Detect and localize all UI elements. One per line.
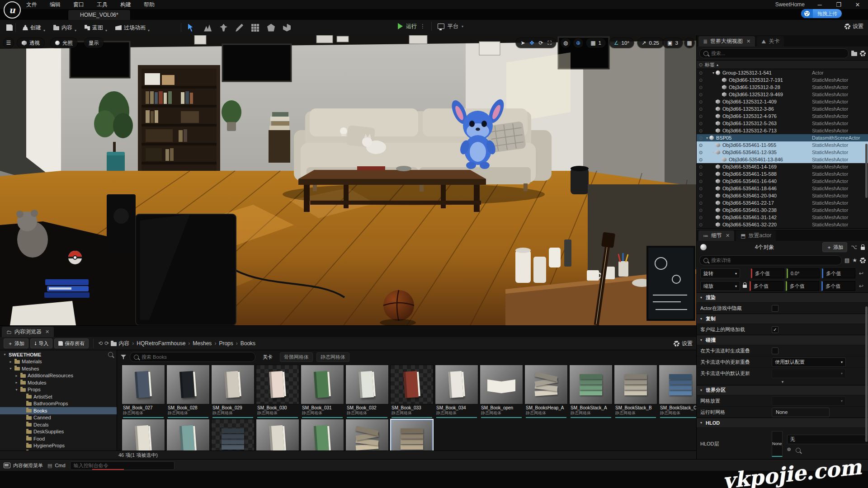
actor-label[interactable]: Obj3d66-1325312-9-469 xyxy=(729,92,783,97)
asset-card[interactable]: SM_Book_028静态网格体 xyxy=(166,365,210,418)
actor-label[interactable]: Obj3d66-535461-15-588 xyxy=(722,171,777,177)
camera-speed-control[interactable]: ▣3 xyxy=(663,38,683,48)
tree-item-desksupplies[interactable]: DeskSupplies xyxy=(0,428,117,436)
breadcrumb-item[interactable]: Books xyxy=(241,340,255,347)
outliner-row[interactable]: ⊙▾Obj3d66-535461-12-935StaticMeshActor xyxy=(697,149,868,156)
cmd-selector[interactable]: ▤Cmd xyxy=(47,463,66,469)
scale-type-dropdown[interactable]: 缩放▾ xyxy=(700,281,740,291)
actor-label[interactable]: Obj3d66-1325312-3-86 xyxy=(722,106,774,112)
outliner-row[interactable]: ⊙Obj3d66-1325312-5-263StaticMeshActor xyxy=(697,120,868,127)
content-button[interactable]: 内容▾ xyxy=(49,22,80,33)
select-tool-icon[interactable]: ➤ xyxy=(520,40,525,46)
details-scrollbar[interactable] xyxy=(865,306,868,442)
viewport-options-menu[interactable]: ☰ xyxy=(4,38,14,48)
tree-item-modules[interactable]: ▸Modules xyxy=(0,379,117,386)
landscape-mode-icon[interactable] xyxy=(204,24,212,32)
asset-card[interactable] xyxy=(345,419,389,450)
blueprint-button[interactable]: 蓝图▾ xyxy=(80,22,111,33)
maximize-button[interactable]: ❐ xyxy=(831,0,846,9)
actor-label[interactable]: Obj3d66-535461-12-935 xyxy=(722,150,777,155)
outliner-row[interactable]: ⊙Obj3d66-535461-16-640StaticMeshActor xyxy=(697,178,868,185)
play-options-icon[interactable]: ⋮ xyxy=(420,23,425,29)
rotation-z-field[interactable]: 多个值 xyxy=(822,268,855,278)
actor-label[interactable]: Obj3d66-1325312-6-713 xyxy=(722,128,777,133)
outliner-row[interactable]: ⊙Obj3d66-1325312-3-86StaticMeshActor xyxy=(697,105,868,113)
rotation-snap-control[interactable]: ∠10° xyxy=(609,38,634,48)
close-tab-icon[interactable]: ✕ xyxy=(746,38,750,44)
tab-levels[interactable]: ⛰关卡 xyxy=(757,36,784,47)
actor-label[interactable]: Obj3d66-535461-11-955 xyxy=(722,142,776,148)
section-header[interactable]: ▾复制 xyxy=(697,314,868,324)
platforms-button[interactable]: 平台 xyxy=(448,23,458,30)
outliner-row[interactable]: ⊙Obj3d66-1325312-7-191StaticMeshActor xyxy=(697,76,868,84)
scale-x-field[interactable]: 多个值 xyxy=(750,281,783,291)
import-button[interactable]: ⭣导入 xyxy=(30,338,52,348)
outliner-row[interactable]: ⊙Obj3d66-535461-22-17StaticMeshActor xyxy=(697,199,868,206)
outliner-row[interactable]: ⊙Obj3d66-535461-13-846StaticMeshActor xyxy=(697,156,868,163)
lock-icon[interactable] xyxy=(861,247,865,250)
scale-z-field[interactable]: 多个值 xyxy=(821,281,855,291)
actor-label[interactable]: Obj3d66-535461-30-238 xyxy=(722,207,777,213)
scale-snap-control[interactable]: ↗0.25 xyxy=(637,38,664,48)
tab-content-browser[interactable]: 🗀内容浏览器✕ xyxy=(2,327,54,337)
asset-card[interactable]: SM_BooksHeap_A静态网格体 xyxy=(524,365,568,418)
outliner-row[interactable]: ⊙Obj3d66-1325312-9-469StaticMeshActor xyxy=(697,91,868,98)
property-dropdown[interactable]: 使用默认配置▾ xyxy=(772,357,846,367)
close-tab-icon[interactable]: ✕ xyxy=(726,233,730,239)
expand-chevron-icon[interactable]: ▾ xyxy=(705,136,709,140)
asset-card[interactable]: SM_Book_032静态网格体 xyxy=(345,365,389,418)
tree-item-hygieneprops[interactable]: HygieneProps xyxy=(0,442,117,450)
use-selected-icon[interactable]: ⊛ xyxy=(787,446,791,453)
outliner-row[interactable]: ⊙▾Group-1325312-1-541Actor xyxy=(697,69,868,76)
fracture-mode-icon[interactable] xyxy=(267,24,275,32)
menu-item-5[interactable]: 帮助 xyxy=(137,1,161,9)
scale-y-field[interactable]: 多个值 xyxy=(786,281,820,291)
menu-item-0[interactable]: 文件 xyxy=(20,1,43,9)
breadcrumb-item[interactable]: HQRetroFarmhouse xyxy=(137,340,185,347)
brush-edit-mode-icon[interactable] xyxy=(236,24,243,32)
animation-mode-icon[interactable] xyxy=(283,24,291,32)
hlod-layer-dropdown[interactable]: 无▾ xyxy=(787,435,868,444)
visibility-eye-icon[interactable]: ⊙ xyxy=(697,193,705,198)
visibility-eye-icon[interactable]: ⊙ xyxy=(697,99,705,104)
section-header[interactable]: ▾渲染 xyxy=(697,292,868,302)
outliner-row[interactable]: ⊙Obj3d66-1325312-6-713StaticMeshActor xyxy=(697,127,868,134)
actor-label[interactable]: Obj3d66-1325312-8-28 xyxy=(729,84,780,90)
outliner-settings-icon[interactable] xyxy=(860,51,866,56)
outliner-row[interactable]: ⊙Obj3d66-535461-31-142StaticMeshActor xyxy=(697,214,868,221)
visibility-eye-icon[interactable]: ⊙ xyxy=(697,128,705,133)
expand-arrow-icon[interactable]: ▸ xyxy=(14,374,19,378)
asset-card[interactable]: SM_Book_033静态网格体 xyxy=(390,365,434,418)
tree-item-artistset[interactable]: ArtistSet xyxy=(0,393,117,400)
view-mode-selector[interactable]: 光照 xyxy=(51,38,77,48)
content-browser-settings[interactable]: 设置 xyxy=(674,340,693,347)
tree-item-additionalresources[interactable]: ▸AdditionalResources xyxy=(0,372,117,380)
surface-snap-toggle[interactable]: ⊕ xyxy=(573,38,583,48)
tree-item-bathroomprops[interactable]: BathroomProps xyxy=(0,400,117,408)
save-all-button[interactable]: 保存所有 xyxy=(54,338,89,348)
actor-label[interactable]: Obj3d66-535461-31-142 xyxy=(722,215,777,220)
save-icon[interactable] xyxy=(6,24,13,31)
select-mode-icon[interactable] xyxy=(188,24,196,32)
asset-card[interactable]: SM_BookStack_B静态网格体 xyxy=(614,365,657,418)
visibility-eye-icon[interactable]: ⊙ xyxy=(697,107,705,112)
property-dropdown[interactable]: ▾ xyxy=(772,369,846,378)
section-header[interactable]: ▾HLOD xyxy=(697,418,868,427)
visibility-eye-icon[interactable]: ⊙ xyxy=(697,136,705,141)
outliner-row[interactable]: ⊙Obj3d66-1325312-1-409StaticMeshActor xyxy=(697,98,868,105)
asset-card[interactable]: SM_Book_030静态网格体 xyxy=(256,365,299,418)
visibility-eye-icon[interactable]: ⊙ xyxy=(697,208,705,213)
outliner-scrollbar[interactable] xyxy=(865,144,868,198)
actor-label[interactable]: Obj3d66-1325312-1-409 xyxy=(722,99,777,104)
outliner-row[interactable]: ⊙Obj3d66-535461-32-220StaticMeshActor xyxy=(697,221,868,228)
outliner-search-input[interactable]: 搜索... xyxy=(699,48,849,58)
play-icon[interactable] xyxy=(398,23,403,29)
visibility-eye-icon[interactable]: ⊙ xyxy=(697,157,705,162)
tab-place-actors[interactable]: ⬒放置actor xyxy=(736,230,776,241)
asset-card[interactable]: SM_Book_open静态网格体 xyxy=(480,365,523,418)
show-flags-menu[interactable]: 显示 xyxy=(84,38,104,48)
actor-label[interactable]: Obj3d66-1325312-7-191 xyxy=(729,77,783,83)
asset-card[interactable]: SM_Book_029静态网格体 xyxy=(211,365,255,418)
visibility-eye-icon[interactable]: ⊙ xyxy=(697,172,705,177)
forward-icon[interactable]: ⟳ xyxy=(104,340,109,347)
